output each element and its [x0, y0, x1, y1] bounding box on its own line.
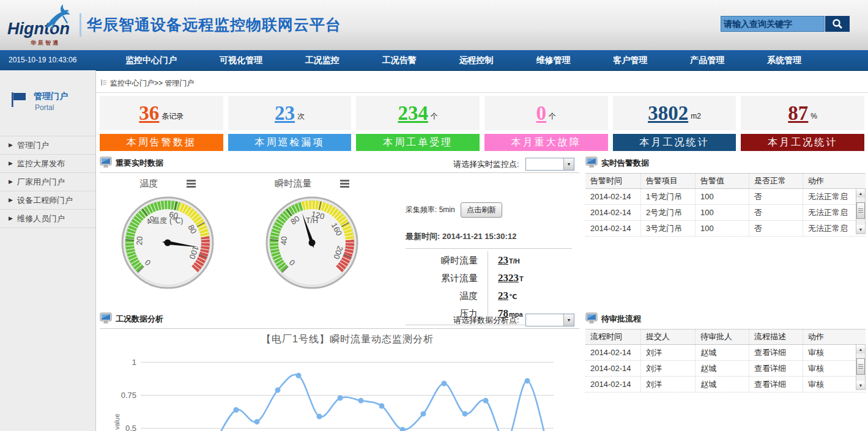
- alarm-panel: 实时告警数据 告警时间告警项目告警值是否正常动作2014-02-141号龙门吊1…: [585, 156, 866, 309]
- nav-item-4[interactable]: 工况告警: [382, 55, 417, 66]
- realtime-readings: 采集频率: 5min 点击刷新 最新时间: 2014-11-21 15:30:1…: [406, 202, 572, 325]
- svg-text:T/H: T/H: [306, 216, 318, 225]
- table-cell[interactable]: 查看详细: [749, 361, 803, 376]
- reading-row: 瞬时流量23T/H: [406, 251, 572, 269]
- stat-value[interactable]: 23: [275, 103, 295, 123]
- scroll-thumb[interactable]: [856, 202, 865, 219]
- sidebar-item-5[interactable]: ▶维修人员门户: [0, 209, 95, 228]
- table-cell: 100: [695, 205, 749, 220]
- scrollbar[interactable]: ▲▼: [856, 344, 866, 390]
- table-cell[interactable]: 无法正常启动: [803, 221, 847, 236]
- stat-card-label[interactable]: 本周告警数据: [100, 134, 223, 151]
- reading-value-wrap: 23℃: [488, 290, 517, 302]
- stat-unit: 条记录: [161, 111, 184, 122]
- stat-card-label[interactable]: 本周巡检漏项: [228, 134, 352, 151]
- search-input[interactable]: [721, 16, 825, 32]
- stat-card-value-area: 87%: [741, 96, 864, 130]
- chevron-down-icon[interactable]: ▼: [563, 314, 574, 326]
- table-cell: 3号龙门吊: [640, 221, 695, 236]
- stat-card-label[interactable]: 本月工况统计: [741, 134, 864, 151]
- stat-card-4: 0个本月重大故障: [484, 96, 608, 151]
- table-cell[interactable]: 审核: [803, 377, 847, 392]
- sidebar-item-2[interactable]: ▶监控大屏发布: [0, 154, 95, 172]
- stat-card-label[interactable]: 本月重大故障: [484, 134, 608, 151]
- analysis-panel: 工况数据分析 请选择数据分析点: ▼ 【电厂1号线】瞬时流量动态监测分析 10.…: [100, 312, 579, 431]
- nav-timestamp: 2015-10-19 10:43:06: [9, 56, 76, 64]
- table-cell[interactable]: 否: [749, 205, 803, 220]
- table-cell: 赵城: [695, 345, 749, 360]
- scroll-up-button[interactable]: ▲: [856, 345, 865, 353]
- realtime-point-select[interactable]: ▼: [525, 158, 574, 171]
- search-button[interactable]: [825, 16, 850, 32]
- sidebar-item-4[interactable]: ▶设备工程师门户: [0, 191, 95, 209]
- nav-item-8[interactable]: 产品管理: [690, 55, 724, 66]
- sidebar-item-label: 厂家用户门户: [17, 177, 65, 186]
- col-header: 告警值: [695, 174, 749, 188]
- chart-menu-icon[interactable]: [187, 179, 196, 189]
- frequency-label: 采集频率: 5min: [406, 205, 455, 214]
- table-cell[interactable]: 查看详细: [749, 377, 803, 392]
- stat-card-value-area: 3802m2: [613, 96, 736, 130]
- logo[interactable]: Hignton 华辰智通: [6, 4, 83, 46]
- table-cell: 2号龙门吊: [640, 205, 695, 220]
- breadcrumb-icon: [101, 79, 106, 86]
- nav-item-2[interactable]: 可视化管理: [220, 55, 262, 66]
- search-icon: [832, 18, 843, 29]
- stat-card-1: 36条记录本周告警数据: [100, 96, 223, 151]
- table-cell[interactable]: 否: [749, 221, 803, 236]
- nav-item-6[interactable]: 维修管理: [536, 55, 570, 66]
- table-cell[interactable]: 查看详细: [749, 345, 803, 360]
- sidebar-item-1[interactable]: ▶管理门户: [0, 136, 95, 154]
- col-header: 动作: [803, 174, 847, 188]
- nav-item-1[interactable]: 监控中心门户: [125, 55, 177, 66]
- stat-value[interactable]: 87: [788, 103, 808, 123]
- stat-unit: 次: [297, 111, 305, 122]
- top-header: Hignton 华辰智通 华辰智通设备远程监控物联网云平台: [0, 0, 868, 50]
- refresh-button[interactable]: 点击刷新: [461, 202, 502, 218]
- table-cell[interactable]: 否: [749, 189, 803, 204]
- table-cell[interactable]: 审核: [803, 361, 847, 376]
- table-cell: 2014-02-14: [585, 221, 640, 236]
- reading-value[interactable]: 23: [488, 290, 508, 301]
- scroll-thumb[interactable]: [856, 358, 865, 375]
- breadcrumb: 监控中心门户>> 管理门户: [96, 76, 868, 93]
- panel-title: 重要实时数据: [116, 158, 163, 169]
- table-cell[interactable]: 审核: [803, 345, 847, 360]
- stat-card-value-area: 0个: [484, 96, 608, 130]
- analysis-point-select[interactable]: ▼: [525, 314, 574, 326]
- reading-value[interactable]: 23: [488, 254, 508, 266]
- portal-title: 管理门户: [34, 91, 68, 102]
- stat-card-label[interactable]: 本月工况统计: [613, 134, 736, 151]
- stat-value[interactable]: 3802: [648, 103, 688, 123]
- stat-value[interactable]: 0: [536, 103, 547, 123]
- scrollbar[interactable]: ▲▼: [856, 188, 866, 234]
- reading-label: 瞬时流量: [406, 251, 488, 269]
- scroll-down-button[interactable]: ▼: [856, 381, 865, 389]
- reading-unit: T: [519, 275, 524, 282]
- stat-value[interactable]: 36: [139, 103, 159, 123]
- nav-item-7[interactable]: 客户管理: [613, 55, 647, 66]
- sidebar-item-label: 监控大屏发布: [17, 159, 65, 168]
- brand-subtext: 华辰智通: [31, 39, 60, 47]
- stat-value[interactable]: 234: [398, 103, 428, 123]
- stat-card-label[interactable]: 本周工单受理: [356, 134, 480, 151]
- chart-menu-icon[interactable]: [340, 179, 349, 189]
- stat-unit: 个: [431, 111, 438, 122]
- table-cell: 刘洋: [640, 377, 695, 392]
- nav-item-3[interactable]: 工况监控: [305, 55, 339, 66]
- flow-line-chart: 10.750.5value: [101, 344, 560, 431]
- realtime-panel-header: 重要实时数据 请选择实时监控点: ▼: [100, 156, 579, 173]
- sidebar-item-3[interactable]: ▶厂家用户门户: [0, 172, 95, 191]
- caret-right-icon: ▶: [9, 136, 13, 154]
- nav-item-9[interactable]: 系统管理: [767, 55, 801, 66]
- reading-row: 累计流量2323T: [406, 269, 572, 287]
- stat-unit: 个: [549, 111, 556, 122]
- scroll-up-button[interactable]: ▲: [856, 189, 865, 197]
- nav-item-5[interactable]: 远程控制: [459, 55, 494, 66]
- table-cell[interactable]: 无法正常启动: [803, 189, 847, 204]
- chevron-down-icon[interactable]: ▼: [563, 158, 574, 170]
- scroll-down-button[interactable]: ▼: [856, 225, 865, 234]
- approval-table: 流程时间提交人待审批人流程描述动作2014-02-14刘洋赵城查看详细审核201…: [585, 329, 866, 392]
- table-cell[interactable]: 无法正常启动: [803, 205, 847, 220]
- reading-value[interactable]: 2323: [488, 272, 519, 284]
